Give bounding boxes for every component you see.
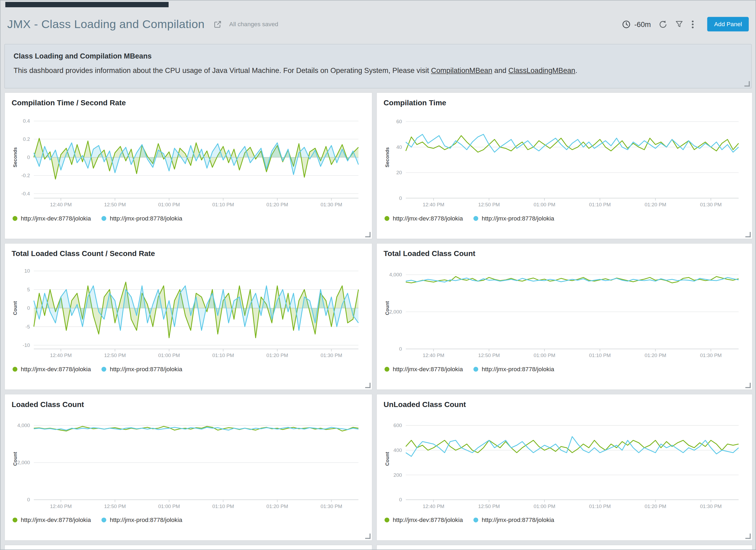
panel-title: Loaded Class Count — [11, 400, 365, 409]
legend-item[interactable]: http://jmx-prod:8778/jolokia — [474, 215, 554, 222]
svg-text:20: 20 — [396, 170, 402, 175]
legend-item[interactable]: http://jmx-dev:8778/jolokia — [384, 215, 463, 222]
svg-text:12:50 PM: 12:50 PM — [478, 202, 500, 207]
svg-text:01:20 PM: 01:20 PM — [266, 353, 288, 358]
svg-text:0.4: 0.4 — [23, 118, 30, 124]
refresh-icon[interactable] — [659, 20, 667, 28]
chart[interactable]: 1050-5-1012:40 PM12:50 PM01:00 PM01:10 P… — [11, 262, 365, 362]
svg-text:01:10 PM: 01:10 PM — [212, 202, 234, 207]
share-icon[interactable] — [213, 20, 221, 28]
svg-text:01:30 PM: 01:30 PM — [700, 202, 722, 207]
panel-resize-handle[interactable] — [365, 232, 371, 237]
legend-dot — [474, 518, 478, 522]
panel-resize-handle[interactable] — [745, 232, 751, 237]
legend-label: http://jmx-dev:8778/jolokia — [393, 517, 463, 523]
legend-label: http://jmx-dev:8778/jolokia — [393, 215, 463, 222]
chart-panel: Total Loaded Class Count / Second Rate 1… — [4, 243, 372, 390]
svg-text:01:30 PM: 01:30 PM — [321, 504, 342, 509]
panel-resize-handle[interactable] — [365, 383, 371, 388]
panel-resize-handle[interactable] — [745, 383, 751, 388]
svg-text:12:40 PM: 12:40 PM — [423, 504, 444, 509]
svg-text:0: 0 — [399, 346, 402, 352]
chart-legend: http://jmx-dev:8778/jolokia http://jmx-p… — [384, 363, 745, 376]
save-status: All changes saved — [229, 21, 278, 28]
svg-text:-0.4: -0.4 — [21, 191, 30, 196]
chart-panel: Compilation Time 604020012:40 PM12:50 PM… — [376, 92, 753, 239]
svg-text:01:00 PM: 01:00 PM — [534, 202, 555, 207]
chart[interactable]: 600400200012:40 PM12:50 PM01:00 PM01:10 … — [384, 413, 745, 512]
classloading-mbean-link[interactable]: ClassLoadingMBean — [508, 66, 575, 75]
filter-icon[interactable] — [676, 20, 683, 28]
time-range-label[interactable]: -60m — [634, 20, 651, 28]
legend-item[interactable]: http://jmx-dev:8778/jolokia — [384, 366, 463, 373]
svg-text:2,000: 2,000 — [389, 309, 402, 315]
info-panel-title: Class Loading and Compilation MBeans — [14, 52, 743, 60]
svg-text:01:30 PM: 01:30 PM — [700, 353, 722, 358]
panel-title: UnLoaded Class Count — [384, 400, 745, 409]
svg-text:01:10 PM: 01:10 PM — [212, 504, 234, 509]
legend-label: http://jmx-prod:8778/jolokia — [110, 517, 182, 523]
svg-text:01:30 PM: 01:30 PM — [700, 504, 722, 509]
svg-text:0: 0 — [399, 195, 402, 201]
panel-title: Compilation Time — [384, 99, 745, 107]
collapsed-nav-strip — [5, 2, 169, 7]
legend-dot — [13, 518, 17, 522]
legend-item[interactable]: http://jmx-prod:8778/jolokia — [474, 517, 554, 523]
svg-text:5: 5 — [27, 287, 30, 293]
svg-text:400: 400 — [393, 447, 402, 453]
svg-text:12:40 PM: 12:40 PM — [423, 353, 444, 358]
chart-legend: http://jmx-dev:8778/jolokia http://jmx-p… — [384, 212, 745, 225]
svg-text:12:50 PM: 12:50 PM — [104, 202, 126, 207]
svg-text:0: 0 — [27, 497, 30, 502]
cutoff-panel — [376, 545, 753, 550]
legend-label: http://jmx-dev:8778/jolokia — [21, 215, 91, 222]
legend-dot — [384, 367, 389, 372]
chart[interactable]: 0.40.20-0.2-0.412:40 PM12:50 PM01:00 PM0… — [11, 112, 365, 211]
svg-text:40: 40 — [396, 144, 402, 150]
chart-panel: Compilation Time / Second Rate 0.40.20-0… — [4, 92, 372, 239]
panel-resize-handle[interactable] — [745, 533, 751, 539]
legend-label: http://jmx-prod:8778/jolokia — [110, 366, 182, 373]
chart-legend: http://jmx-dev:8778/jolokia http://jmx-p… — [11, 513, 365, 527]
legend-dot — [13, 216, 17, 221]
chart[interactable]: 4,0002,000012:40 PM12:50 PM01:00 PM01:10… — [11, 413, 365, 512]
legend-item[interactable]: http://jmx-prod:8778/jolokia — [102, 215, 182, 222]
info-body-text: . — [575, 66, 577, 75]
svg-text:0: 0 — [399, 497, 402, 502]
legend-dot — [384, 518, 389, 522]
legend-item[interactable]: http://jmx-prod:8778/jolokia — [102, 517, 182, 523]
dashboard-root: JMX - Class Loading and Compilation All … — [0, 0, 756, 550]
chart-legend: http://jmx-dev:8778/jolokia http://jmx-p… — [11, 363, 365, 376]
add-panel-button[interactable]: Add Panel — [707, 17, 749, 31]
info-panel-body: This dashboard provides information abou… — [14, 66, 743, 75]
kebab-menu-icon[interactable] — [691, 20, 694, 28]
cutoff-panel — [4, 545, 372, 550]
legend-dot — [384, 216, 389, 221]
panel-resize-handle[interactable] — [365, 533, 371, 539]
svg-text:Seconds: Seconds — [13, 147, 18, 167]
legend-item[interactable]: http://jmx-dev:8778/jolokia — [13, 366, 91, 373]
panel-title: Total Loaded Class Count / Second Rate — [11, 249, 365, 258]
legend-label: http://jmx-dev:8778/jolokia — [21, 517, 91, 523]
chart-legend: http://jmx-dev:8778/jolokia http://jmx-p… — [384, 513, 745, 527]
legend-item[interactable]: http://jmx-dev:8778/jolokia — [384, 517, 463, 523]
chart[interactable]: 604020012:40 PM12:50 PM01:00 PM01:10 PM0… — [384, 112, 745, 211]
legend-item[interactable]: http://jmx-dev:8778/jolokia — [13, 215, 91, 222]
svg-text:12:40 PM: 12:40 PM — [50, 202, 72, 207]
clock-icon[interactable] — [622, 20, 630, 28]
legend-label: http://jmx-prod:8778/jolokia — [482, 215, 554, 222]
compilation-mbean-link[interactable]: CompilationMBean — [431, 66, 492, 75]
legend-item[interactable]: http://jmx-prod:8778/jolokia — [474, 366, 554, 373]
next-row-peek — [4, 545, 751, 550]
legend-item[interactable]: http://jmx-prod:8778/jolokia — [102, 366, 182, 373]
svg-text:0.2: 0.2 — [23, 136, 30, 142]
chart[interactable]: 4,0002,000012:40 PM12:50 PM01:00 PM01:10… — [384, 262, 745, 362]
chart-legend: http://jmx-dev:8778/jolokia http://jmx-p… — [11, 212, 365, 225]
legend-dot — [102, 518, 106, 522]
panel-resize-handle[interactable] — [745, 81, 750, 87]
svg-text:01:20 PM: 01:20 PM — [645, 353, 666, 358]
chart-panel: Total Loaded Class Count 4,0002,000012:4… — [376, 243, 753, 390]
svg-text:600: 600 — [393, 423, 402, 428]
legend-item[interactable]: http://jmx-dev:8778/jolokia — [13, 517, 91, 523]
svg-text:01:20 PM: 01:20 PM — [645, 202, 666, 207]
